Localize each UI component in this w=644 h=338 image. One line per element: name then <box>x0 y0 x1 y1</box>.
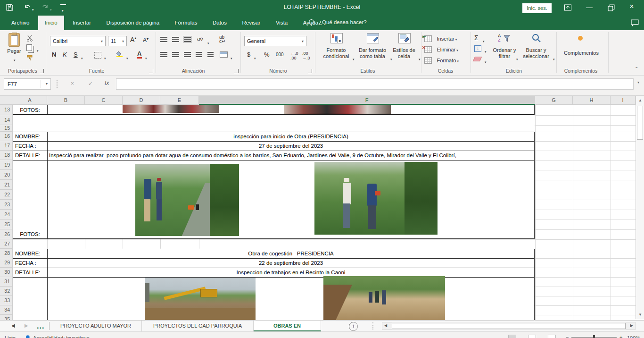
row-header-29[interactable]: 29 <box>0 258 13 268</box>
minimize-button[interactable]: — <box>583 3 596 11</box>
row-header-34[interactable]: 34 <box>0 305 13 315</box>
scroll-left-icon[interactable]: ◀ <box>384 323 387 328</box>
tab-vista[interactable]: Vista <box>269 16 294 30</box>
column-header-A[interactable]: A <box>13 96 47 105</box>
page-layout-view-icon[interactable] <box>528 335 536 338</box>
percent-format-icon[interactable]: % <box>264 51 270 58</box>
clear-eraser-icon[interactable] <box>473 57 482 61</box>
row-header-15[interactable]: 15 <box>0 125 13 132</box>
cell-B29-value[interactable]: 22 de septiembre del 2023 <box>48 259 534 268</box>
scroll-down-icon[interactable]: ▼ <box>636 311 644 319</box>
vertical-scroll-thumb[interactable] <box>637 106 643 140</box>
align-center-icon[interactable] <box>172 52 179 57</box>
orientation-icon[interactable]: ab <box>197 36 203 42</box>
row-header-31[interactable]: 31 <box>0 277 13 287</box>
row-header-25[interactable]: 25 <box>0 220 13 229</box>
increase-decimal-icon[interactable]: ←.0.00 <box>290 51 298 60</box>
cancel-formula-icon[interactable]: × <box>71 80 74 87</box>
worksheet-grid[interactable]: 1314151617181920212223242526272829303132… <box>0 105 636 320</box>
normal-view-icon[interactable] <box>508 335 516 338</box>
horizontal-scroll-thumb[interactable] <box>392 323 626 329</box>
row-header-18[interactable]: 18 <box>0 151 13 160</box>
cell-B30-value[interactable]: Inspeccion de trabajos en el Recinto la … <box>48 268 534 277</box>
row-header-26[interactable]: 26 <box>0 229 13 239</box>
font-color-icon[interactable]: A <box>137 50 142 59</box>
insert-cells-button[interactable]: ⇤ Insertar <box>424 34 457 42</box>
formula-bar-splitter[interactable] <box>57 80 58 88</box>
currency-format-icon[interactable]: $ <box>247 51 250 58</box>
row-header-24[interactable]: 24 <box>0 210 13 220</box>
formula-input[interactable] <box>116 78 634 90</box>
row-header-30[interactable]: 30 <box>0 268 13 277</box>
new-sheet-icon[interactable]: + <box>349 322 358 331</box>
tab-revisar[interactable]: Revisar <box>235 16 267 30</box>
row-header-13[interactable]: 13 <box>0 105 13 115</box>
tab-disposicion[interactable]: Disposición de página <box>100 16 166 30</box>
tell-me-lightbulb-icon[interactable] <box>308 19 315 29</box>
format-cells-button[interactable]: Formato <box>424 56 459 64</box>
decrease-decimal-icon[interactable]: .00→.0 <box>302 51 310 60</box>
find-select-button[interactable]: Buscar y seleccionar <box>521 33 551 67</box>
row-header-32[interactable]: 32 <box>0 287 13 296</box>
zoom-level[interactable]: 100% <box>627 335 640 338</box>
row-header-23[interactable]: 23 <box>0 200 13 210</box>
photo-well-inspection-left[interactable] <box>135 164 239 236</box>
cell-A30[interactable]: DETALLE: <box>15 268 46 277</box>
tab-formulas[interactable]: Fórmulas <box>168 16 204 30</box>
row-header-35[interactable]: 35 <box>0 315 13 320</box>
underline-button[interactable]: S <box>74 51 78 58</box>
cell-B18-value[interactable]: Inspecció para realizar pozo profundo pa… <box>49 151 534 160</box>
row-header-20[interactable]: 20 <box>0 170 13 180</box>
align-bottom-icon[interactable] <box>184 37 191 42</box>
italic-button[interactable]: K <box>63 51 67 58</box>
cell-A16[interactable]: NOMBRE: <box>15 132 46 141</box>
cell-styles-button[interactable]: Estilos de celda <box>390 32 418 67</box>
ribbon-display-options-icon[interactable] <box>564 4 572 13</box>
cell-B16-value[interactable]: inspección para inicio de Obra.(PRESIDEN… <box>48 132 534 141</box>
sheet-tab-obras-en-congestion[interactable]: OBRAS EN CONGESTIÓN <box>254 321 321 331</box>
zoom-slider-thumb[interactable] <box>593 335 595 338</box>
fill-color-icon[interactable] <box>116 51 124 59</box>
conditional-formatting-button[interactable]: ≠ Formato condicional <box>322 32 351 67</box>
column-header-H[interactable]: H <box>573 96 611 105</box>
accessibility-icon[interactable]: 👤 <box>25 335 31 338</box>
row-header-27[interactable]: 27 <box>0 239 13 249</box>
row-header-28[interactable]: 28 <box>0 249 13 258</box>
increase-indent-icon[interactable] <box>207 52 214 57</box>
cell-A26[interactable]: FOTOS: <box>13 230 47 239</box>
font-size-combo[interactable]: 11▾ <box>108 36 127 46</box>
photo-fragment-left[interactable] <box>123 105 219 113</box>
horizontal-scrollbar[interactable]: ◀ ▶ <box>382 322 636 330</box>
cell-B28-value[interactable]: Obra de cogestión PRESIDENCIA <box>48 249 534 258</box>
zoom-out-icon[interactable]: − <box>566 334 569 338</box>
tell-me-search[interactable]: ¿Qué desea hacer? <box>319 19 367 25</box>
cell-A28[interactable]: NOMBRE: <box>15 249 46 258</box>
cell-B17-value[interactable]: 27 de septiembre del 2023 <box>48 142 534 151</box>
page-break-view-icon[interactable] <box>548 335 556 338</box>
align-left-icon[interactable] <box>160 52 167 57</box>
wrap-text-icon[interactable]: abc↵ <box>219 35 225 43</box>
copy-icon[interactable] <box>26 44 32 51</box>
row-header-33[interactable]: 33 <box>0 296 13 305</box>
align-top-icon[interactable] <box>160 37 167 42</box>
row-header-17[interactable]: 17 <box>0 141 13 151</box>
cell-A17[interactable]: FECHA : <box>15 142 46 151</box>
decrease-font-icon[interactable]: A▾ <box>143 37 149 43</box>
comments-icon[interactable] <box>631 19 639 29</box>
enter-formula-icon[interactable]: ✓ <box>88 80 93 87</box>
prev-sheet-icon[interactable]: ◀ <box>11 323 15 328</box>
tab-inicio[interactable]: Inicio <box>38 16 64 30</box>
font-dialog-launcher-icon[interactable] <box>149 69 153 73</box>
column-header-E[interactable]: E <box>160 96 199 105</box>
number-format-combo[interactable]: General▾ <box>244 36 306 46</box>
close-button[interactable]: × <box>625 2 638 11</box>
photo-road-works-left[interactable] <box>145 278 256 320</box>
sheet-tab-proyectos-gad-parroquia[interactable]: PROYECTOS DEL GAD PARROQUIA <box>142 321 254 331</box>
row-header-22[interactable]: 22 <box>0 190 13 200</box>
comma-format-icon[interactable]: 000 <box>276 52 284 57</box>
align-middle-icon[interactable] <box>172 37 179 42</box>
increase-font-icon[interactable]: A▴ <box>130 36 136 43</box>
scroll-up-icon[interactable]: ▲ <box>636 96 644 104</box>
name-box[interactable]: F77 ▾ <box>4 78 51 90</box>
tab-archivo[interactable]: Archivo <box>5 16 36 30</box>
